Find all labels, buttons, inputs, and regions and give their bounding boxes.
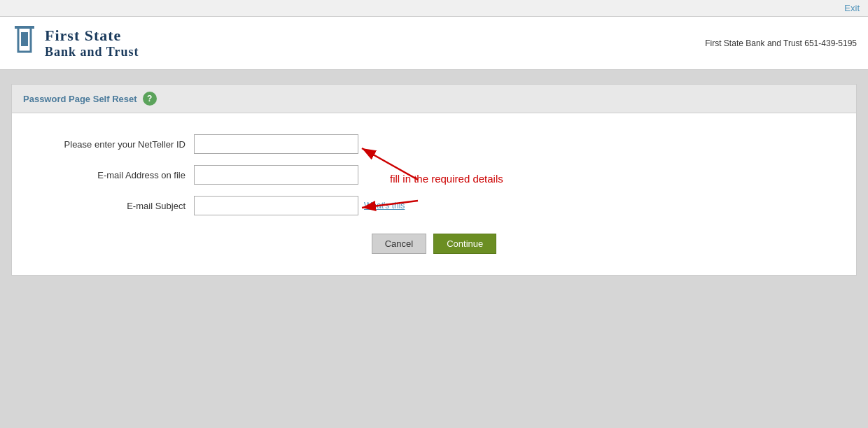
panel-header: Password Page Self Reset ? bbox=[12, 85, 856, 113]
email-row: E-mail Address on file bbox=[26, 165, 842, 185]
bank-name: First State Bank and Trust bbox=[45, 27, 139, 60]
contact-text: First State Bank and Trust bbox=[705, 38, 804, 48]
subject-input[interactable] bbox=[194, 196, 358, 215]
netteller-row: Please enter your NetTeller ID bbox=[26, 134, 842, 154]
email-input[interactable] bbox=[194, 165, 358, 185]
cancel-button[interactable]: Cancel bbox=[372, 234, 426, 254]
panel-title: Password Page Self Reset bbox=[23, 94, 137, 104]
help-icon[interactable]: ? bbox=[143, 92, 157, 106]
panel-body: fill in the required details Please ente… bbox=[12, 113, 856, 275]
logo-area: First State Bank and Trust bbox=[11, 24, 139, 62]
subject-label: E-mail Subject bbox=[26, 201, 194, 211]
top-bar: Exit bbox=[0, 0, 868, 17]
contact-phone: 651-439-5195 bbox=[804, 38, 857, 48]
button-row: Cancel Continue bbox=[26, 234, 842, 254]
svg-rect-2 bbox=[15, 26, 34, 29]
form-area: fill in the required details Please ente… bbox=[26, 134, 842, 254]
svg-rect-1 bbox=[21, 32, 28, 46]
bank-name-line1: First State bbox=[45, 27, 139, 45]
header-contact: First State Bank and Trust 651-439-5195 bbox=[705, 38, 857, 48]
subject-row: E-mail Subject What's this bbox=[26, 196, 842, 215]
bank-name-line2: Bank and Trust bbox=[45, 45, 139, 60]
header: First State Bank and Trust First State B… bbox=[0, 17, 868, 70]
email-label: E-mail Address on file bbox=[26, 170, 194, 180]
main-content: Password Page Self Reset ? bbox=[0, 70, 868, 290]
netteller-label: Please enter your NetTeller ID bbox=[26, 139, 194, 150]
exit-link[interactable]: Exit bbox=[844, 3, 860, 13]
netteller-input[interactable] bbox=[194, 134, 358, 154]
bank-logo-icon bbox=[11, 24, 38, 62]
continue-button[interactable]: Continue bbox=[433, 234, 496, 254]
whats-this-link[interactable]: What's this bbox=[364, 201, 405, 211]
panel: Password Page Self Reset ? bbox=[11, 84, 857, 276]
